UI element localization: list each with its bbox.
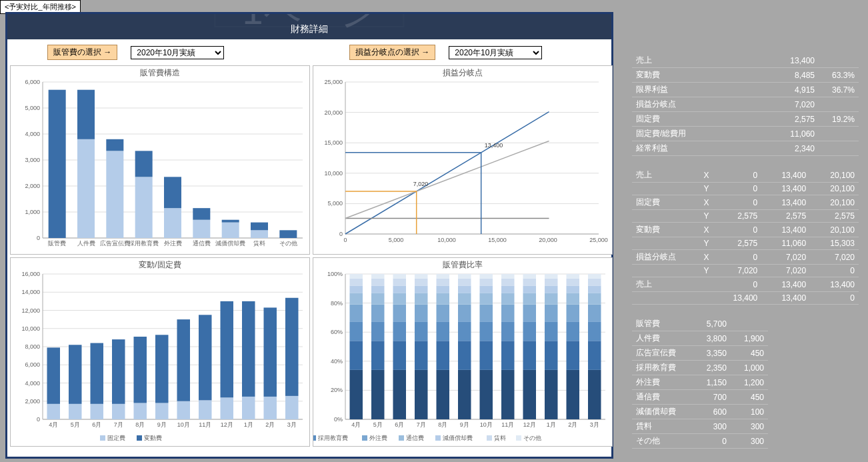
svg-rect-38 xyxy=(251,230,268,238)
svg-text:4月: 4月 xyxy=(351,421,361,428)
svg-rect-201 xyxy=(480,293,493,304)
svg-rect-213 xyxy=(501,274,515,279)
svg-rect-35 xyxy=(222,223,239,238)
svg-text:0: 0 xyxy=(37,235,40,241)
svg-rect-113 xyxy=(221,301,234,397)
svg-rect-26 xyxy=(135,177,153,238)
svg-rect-181 xyxy=(437,322,450,341)
svg-rect-207 xyxy=(501,341,515,370)
svg-text:5,000: 5,000 xyxy=(327,200,343,207)
svg-rect-145 xyxy=(350,322,363,341)
svg-rect-212 xyxy=(501,279,515,286)
svg-rect-239 xyxy=(567,279,580,286)
svg-rect-226 xyxy=(545,322,558,341)
svg-text:10,000: 10,000 xyxy=(21,325,40,332)
svg-text:4,000: 4,000 xyxy=(25,380,40,387)
svg-text:減価償却費: 減価償却費 xyxy=(443,435,473,441)
svg-text:10,000: 10,000 xyxy=(324,170,343,177)
svg-rect-259 xyxy=(399,435,404,441)
svg-text:20,000: 20,000 xyxy=(539,237,557,243)
svg-text:販管費: 販管費 xyxy=(48,240,66,247)
svg-text:販管費比率: 販管費比率 xyxy=(443,260,483,269)
svg-text:その他: その他 xyxy=(523,435,541,441)
svg-rect-173 xyxy=(415,305,428,322)
svg-rect-198 xyxy=(480,341,493,370)
svg-rect-88 xyxy=(47,404,61,419)
svg-rect-184 xyxy=(437,285,450,293)
svg-rect-98 xyxy=(112,339,125,404)
svg-text:1月: 1月 xyxy=(244,421,253,428)
svg-rect-221 xyxy=(523,279,537,286)
svg-rect-193 xyxy=(458,285,471,293)
svg-rect-211 xyxy=(501,285,515,293)
sel2-label: 損益分岐点の選択 → xyxy=(349,45,435,60)
svg-rect-197 xyxy=(480,370,493,419)
svg-rect-229 xyxy=(545,285,558,293)
svg-rect-237 xyxy=(567,293,580,304)
svg-rect-163 xyxy=(393,322,407,341)
svg-rect-109 xyxy=(199,400,212,419)
svg-rect-240 xyxy=(567,274,580,279)
svg-rect-174 xyxy=(415,293,428,304)
svg-text:7,020: 7,020 xyxy=(413,181,429,187)
chart-var-fix: 変動/固定費02,0004,0006,0008,00010,00012,0001… xyxy=(10,257,310,447)
svg-text:16,000: 16,000 xyxy=(21,271,40,277)
svg-rect-228 xyxy=(545,293,558,304)
svg-rect-246 xyxy=(588,293,601,304)
svg-rect-261 xyxy=(435,435,441,441)
svg-rect-265 xyxy=(516,435,521,441)
svg-text:12月: 12月 xyxy=(523,421,536,428)
svg-text:賃料: 賃料 xyxy=(253,240,265,247)
svg-rect-183 xyxy=(437,293,450,304)
svg-text:14,000: 14,000 xyxy=(21,289,40,295)
svg-text:7月: 7月 xyxy=(114,421,123,428)
svg-rect-216 xyxy=(523,341,537,370)
svg-rect-235 xyxy=(567,322,580,341)
svg-text:2,000: 2,000 xyxy=(25,183,40,189)
svg-rect-245 xyxy=(588,305,601,322)
svg-rect-204 xyxy=(480,274,493,279)
svg-text:2月: 2月 xyxy=(265,421,275,428)
svg-text:採用教育費: 採用教育費 xyxy=(129,240,159,247)
svg-rect-227 xyxy=(545,305,558,322)
svg-rect-164 xyxy=(393,305,407,322)
svg-rect-247 xyxy=(588,285,601,293)
svg-rect-39 xyxy=(251,223,268,231)
svg-rect-33 xyxy=(193,208,210,220)
svg-text:採用教育費: 採用教育費 xyxy=(318,435,348,441)
svg-text:0: 0 xyxy=(37,416,40,423)
svg-rect-119 xyxy=(264,307,277,397)
svg-rect-156 xyxy=(371,293,385,304)
svg-rect-107 xyxy=(177,319,191,401)
svg-rect-244 xyxy=(588,322,601,341)
svg-rect-147 xyxy=(350,293,363,304)
svg-text:6,000: 6,000 xyxy=(25,79,40,85)
svg-rect-115 xyxy=(242,397,255,419)
sel2-dropdown[interactable]: 2020年10月実績 xyxy=(449,46,542,59)
svg-text:5,000: 5,000 xyxy=(389,237,404,243)
svg-rect-200 xyxy=(480,305,493,322)
chart-ratio: 販管費比率0%20%40%60%80%100%4月5月6月7月8月9月10月11… xyxy=(313,257,613,447)
svg-rect-170 xyxy=(415,370,428,419)
svg-rect-203 xyxy=(480,279,493,286)
svg-rect-217 xyxy=(523,322,537,341)
svg-rect-94 xyxy=(91,404,104,419)
svg-rect-29 xyxy=(164,208,181,238)
svg-rect-124 xyxy=(100,435,105,441)
svg-text:6月: 6月 xyxy=(395,421,404,428)
svg-rect-157 xyxy=(371,285,385,293)
svg-text:6月: 6月 xyxy=(92,421,101,428)
svg-rect-92 xyxy=(69,345,82,404)
svg-text:20%: 20% xyxy=(331,387,343,393)
sel1-dropdown[interactable]: 2020年10月実績 xyxy=(131,46,224,59)
svg-text:20,000: 20,000 xyxy=(324,109,343,116)
svg-rect-144 xyxy=(350,341,363,370)
svg-text:減価償却費: 減価償却費 xyxy=(215,240,245,247)
svg-rect-143 xyxy=(350,370,363,419)
svg-rect-23 xyxy=(106,151,123,238)
svg-rect-95 xyxy=(91,343,104,404)
svg-text:6,000: 6,000 xyxy=(25,361,40,368)
svg-text:25,000: 25,000 xyxy=(324,79,343,85)
svg-text:4,000: 4,000 xyxy=(25,131,40,137)
svg-rect-122 xyxy=(285,298,299,396)
